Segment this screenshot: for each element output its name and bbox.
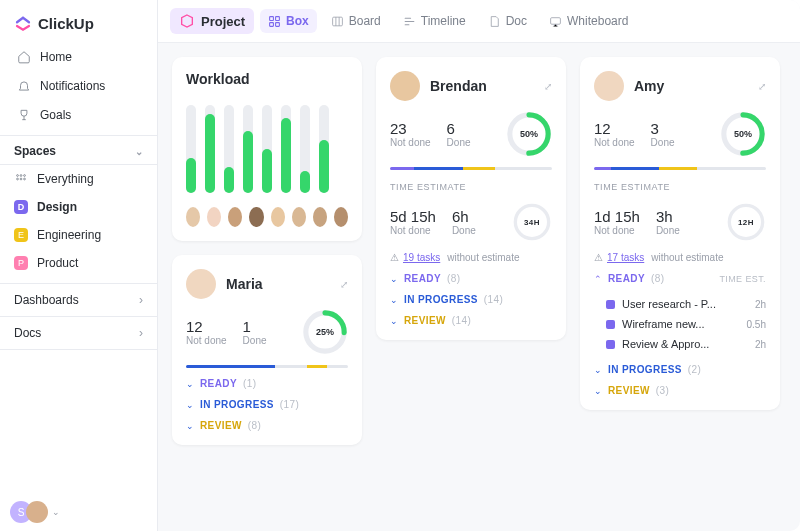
done-count: 3 <box>651 120 675 137</box>
progress-bar <box>186 365 348 368</box>
chevron-down-icon: ⌄ <box>52 507 60 517</box>
task-hours: 2h <box>755 339 766 350</box>
warn-link[interactable]: 19 tasks <box>403 252 440 263</box>
section-ready[interactable]: ⌄READY(1) <box>186 378 348 389</box>
sidebar-space-label: Product <box>37 256 78 270</box>
nav-notifications[interactable]: Notifications <box>6 71 151 100</box>
nav-home[interactable]: Home <box>6 42 151 71</box>
content: Workload <box>158 43 800 531</box>
section-label: REVIEW <box>404 315 446 326</box>
spaces-header-label: Spaces <box>14 144 56 158</box>
box-view-icon <box>268 15 281 28</box>
nav-goals[interactable]: Goals <box>6 100 151 129</box>
workload-bars <box>186 103 348 193</box>
avatar <box>186 269 216 299</box>
sidebar-space-engineering[interactable]: E Engineering <box>0 221 157 249</box>
svg-rect-11 <box>551 17 561 23</box>
spaces-header[interactable]: Spaces ⌄ <box>0 135 157 165</box>
sidebar-footer[interactable]: S ⌄ <box>0 493 157 531</box>
progress-bar <box>390 167 552 170</box>
task-status-icon <box>606 300 615 309</box>
brand-logo[interactable]: ClickUp <box>0 0 157 42</box>
section-label: IN PROGRESS <box>404 294 478 305</box>
view-label: Timeline <box>421 14 466 28</box>
view-box[interactable]: Box <box>260 9 317 33</box>
sidebar-space-product[interactable]: P Product <box>0 249 157 277</box>
sidebar-space-design[interactable]: D Design <box>0 193 157 221</box>
done-count: 6 <box>447 120 471 137</box>
section-inprogress[interactable]: ⌄IN PROGRESS(2) <box>594 364 766 375</box>
chevron-right-icon: › <box>139 293 143 307</box>
view-timeline[interactable]: Timeline <box>395 9 474 33</box>
section-ready[interactable]: ⌃READY(8)TIME EST. <box>594 273 766 284</box>
person-card-maria: Maria ⤢ 12Not done 1Done 25% ⌄READY(1) ⌄… <box>172 255 362 445</box>
expand-icon[interactable]: ⤢ <box>758 81 766 92</box>
chevron-down-icon: ⌄ <box>186 379 194 389</box>
section-count: (14) <box>484 294 503 305</box>
section-inprogress[interactable]: ⌄IN PROGRESS(17) <box>186 399 348 410</box>
section-review[interactable]: ⌄REVIEW(8) <box>186 420 348 431</box>
estimate-warning: ⚠17 taskswithout estimate <box>594 252 766 263</box>
avatar <box>313 207 327 227</box>
not-done-label: Not done <box>390 137 431 148</box>
time-notdone-label: Not done <box>390 225 436 236</box>
section-review[interactable]: ⌄REVIEW(14) <box>390 315 552 326</box>
done-label: Done <box>651 137 675 148</box>
time-notdone-val: 1d 15h <box>594 208 640 225</box>
task-status-icon <box>606 320 615 329</box>
sidebar-everything[interactable]: Everything <box>0 165 157 193</box>
task-name: User research - P... <box>622 298 748 310</box>
doc-icon <box>488 15 501 28</box>
section-count: (1) <box>243 378 256 389</box>
section-ready[interactable]: ⌄READY(8) <box>390 273 552 284</box>
nav-notifications-label: Notifications <box>40 79 105 93</box>
time-done-val: 3h <box>656 208 680 225</box>
person-name: Maria <box>226 276 263 292</box>
warn-link[interactable]: 17 tasks <box>607 252 644 263</box>
project-tab[interactable]: Project <box>170 8 254 34</box>
view-whiteboard[interactable]: Whiteboard <box>541 9 636 33</box>
sidebar-docs[interactable]: Docs › <box>0 316 157 350</box>
done-label: Done <box>243 335 267 346</box>
svg-rect-9 <box>276 22 280 26</box>
view-doc[interactable]: Doc <box>480 9 535 33</box>
task-row[interactable]: Wireframe new...0.5h <box>594 314 766 334</box>
done-label: Done <box>447 137 471 148</box>
expand-icon[interactable]: ⤢ <box>340 279 348 290</box>
view-label: Board <box>349 14 381 28</box>
svg-point-2 <box>24 175 26 177</box>
workload-title: Workload <box>186 71 348 87</box>
cube-icon <box>179 13 195 29</box>
done-count: 1 <box>243 318 267 335</box>
chevron-down-icon: ⌄ <box>186 421 194 431</box>
not-done-label: Not done <box>186 335 227 346</box>
warning-icon: ⚠ <box>594 252 603 263</box>
view-label: Box <box>286 14 309 28</box>
whiteboard-icon <box>549 15 562 28</box>
progress-bar <box>594 167 766 170</box>
sidebar-dashboards[interactable]: Dashboards › <box>0 283 157 316</box>
section-inprogress[interactable]: ⌄IN PROGRESS(14) <box>390 294 552 305</box>
avatar <box>334 207 348 227</box>
section-label: READY <box>608 273 645 284</box>
person-name: Amy <box>634 78 664 94</box>
section-count: (17) <box>280 399 299 410</box>
time-estimate-label: TIME ESTIMATE <box>390 182 552 192</box>
task-row[interactable]: Review & Appro...2h <box>594 334 766 354</box>
sidebar-everything-label: Everything <box>37 172 94 186</box>
svg-rect-6 <box>270 16 274 20</box>
svg-point-3 <box>17 178 19 180</box>
section-review[interactable]: ⌄REVIEW(3) <box>594 385 766 396</box>
svg-rect-7 <box>276 16 280 20</box>
not-done-label: Not done <box>594 137 635 148</box>
topbar: Project Box Board Timeline Doc Whiteboar… <box>158 0 800 43</box>
avatar <box>271 207 285 227</box>
expand-icon[interactable]: ⤢ <box>544 81 552 92</box>
nav-home-label: Home <box>40 50 72 64</box>
svg-point-0 <box>17 175 19 177</box>
logo-icon <box>14 14 32 32</box>
view-board[interactable]: Board <box>323 9 389 33</box>
task-status-icon <box>606 340 615 349</box>
sidebar-docs-label: Docs <box>14 326 41 340</box>
task-row[interactable]: User research - P...2h <box>594 294 766 314</box>
